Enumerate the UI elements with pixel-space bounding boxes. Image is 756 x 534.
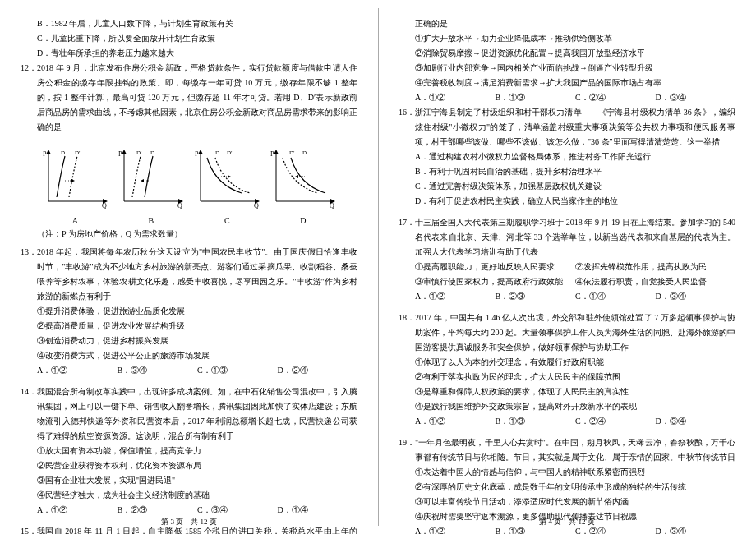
q15-cont: 正确的是 ①扩大开放水平→助力企业降低成本→推动供给侧改革 ②消除贸易摩擦→促进… — [399, 16, 735, 90]
svg-text:D′: D′ — [289, 150, 295, 156]
q17-opt1: ①提高履职能力，更好地反映人民要求 — [415, 260, 575, 274]
svg-text:D: D — [302, 150, 307, 156]
q13-a: A．①② — [37, 363, 118, 378]
q16-c: C．通过完善村级决策体系，加强基层政权机关建设 — [415, 179, 735, 194]
svg-marker-9 — [71, 179, 75, 182]
q18-opt2: ②有利于落实执政为民的理念，扩大人民民主的保障范围 — [415, 370, 735, 384]
q18-c: C．②④ — [575, 414, 656, 429]
q17-opt2: ②发挥先锋模范作用，提高执政为民 — [575, 260, 735, 274]
q16-b: B．有利于巩固村民自治的基础，提升乡村治理水平 — [415, 164, 735, 179]
q14-num: 14． — [21, 384, 37, 399]
q18-d: D．③④ — [656, 414, 736, 429]
option-b: B．1982 年后，儿童人口数下降，与计划生育政策有关 — [37, 16, 357, 31]
svg-text:D′: D′ — [227, 150, 233, 156]
chart-note: （注：P 为房地产价格，Q 为需求数量） — [21, 228, 357, 240]
q18-a: A．①② — [415, 414, 496, 429]
q19-opt2: ②有深厚的历史文化底蕴，成是数千年的文明传承中形成的独特的生活传统 — [415, 480, 735, 495]
chart-b: P Q D′ D — [116, 148, 186, 209]
option-d: D．青壮年所承担的养老压力越来越大 — [37, 46, 357, 61]
q17-a: A．①② — [415, 289, 496, 304]
q12: 12． 2018 年 9 月，北京发布住房公积金新政，严格贷款条件，实行贷款额度… — [21, 61, 357, 135]
q17-opt4: ④依法履行职责，自觉接受人民监督 — [575, 274, 735, 289]
q16: 16． 浙江宁海县制定了村级组织和村干部权力清单——《宁海县村级权力清单 36 … — [399, 105, 735, 209]
q19-opt1: ①表达着中国人的情感与信仰，与中国人的精神联系紧密而强烈 — [415, 465, 735, 480]
label-c: C — [192, 216, 262, 225]
q13-num: 13． — [21, 245, 37, 260]
left-page: B．1982 年后，儿童人口数下降，与计划生育政策有关 C．儿童比重下降，所以要… — [0, 0, 378, 534]
svg-marker-19 — [141, 179, 144, 182]
q19-text: "一年月色最明夜，千里人心共赏时"。在中国，朔月秋风，天稀云净，春祭秋酿，万千心… — [399, 435, 735, 465]
q13-opt2: ②提高消费质量，促进农业发展结构升级 — [37, 319, 357, 334]
chart-row: P Q D D′ P Q D′ D — [21, 141, 357, 216]
q15-c: C．②④ — [575, 90, 656, 105]
svg-text:P: P — [43, 150, 47, 158]
svg-text:D: D — [150, 150, 154, 156]
q18-b: B．①③ — [496, 414, 576, 429]
q14-opt4: ④民营经济独大，成为社会主义经济制度的基础 — [37, 488, 357, 503]
q12-text: 2018 年 9 月，北京发布住房公积金新政，严格贷款条件，实行贷款额度与借款申… — [21, 61, 357, 135]
svg-text:D′: D′ — [75, 150, 81, 156]
svg-marker-39 — [295, 175, 298, 178]
q15-b: B．①③ — [496, 90, 576, 105]
q14-opt1: ①放大国有资本功能，保值增值，提高竞争力 — [37, 444, 357, 458]
q15-header: 正确的是 — [415, 16, 735, 31]
svg-marker-2 — [46, 150, 51, 154]
q11-options: B．1982 年后，儿童人口数下降，与计划生育政策有关 C．儿童比重下降，所以要… — [21, 16, 357, 61]
q14: 14． 我国混合所有制改革实践中，出现许多成功案例。如，在中石化销售公司混改中，… — [21, 384, 357, 518]
q18-opt4: ④是践行我国维护外交政策宗旨，提高对外开放新水平的表现 — [415, 399, 735, 414]
chart-a: P Q D D′ — [40, 148, 110, 209]
q18-text: 2017 年，中国共有 1.46 亿人次出境，外交部和驻外使领馆处置了 7 万多… — [399, 311, 735, 355]
q13-d: D．②④ — [278, 363, 358, 378]
q16-d: D．有利于促进农村民主实践，确立人民当家作主的地位 — [415, 194, 735, 209]
svg-text:D: D — [215, 150, 219, 156]
svg-text:D: D — [61, 150, 65, 156]
right-footer: 第 4 页 共 12 页 — [378, 517, 756, 527]
option-c: C．儿童比重下降，所以要全面放开计划生育政策 — [37, 31, 357, 46]
q18-opt3: ③是尊重和保障人权政策的要求，体现了人民民主的真实性 — [415, 384, 735, 399]
right-page: 正确的是 ①扩大开放水平→助力企业降低成本→推动供给侧改革 ②消除贸易摩擦→促进… — [378, 0, 756, 534]
q16-text: 浙江宁海县制定了村级组织和村干部权力清单——《宁海县村级权力清单 36 条》，编… — [399, 105, 735, 150]
q13-opt4: ④改变消费方式，促进公平公正的旅游市场发展 — [37, 348, 357, 363]
label-a: A — [40, 216, 110, 225]
q17-text: 十三届全国人大代表第三期履职学习班于 2018 年 9 月 19 日在上海结束。… — [399, 215, 735, 260]
left-footer: 第 3 页 共 12 页 — [0, 517, 378, 527]
chart-labels: A B C D — [21, 216, 357, 225]
q16-num: 16． — [399, 105, 415, 120]
svg-text:P: P — [118, 150, 122, 158]
q15-opt4: ④完善税收制度→满足消费新需求→扩大我国产品的国际市场占有率 — [415, 76, 735, 90]
q17: 17． 十三届全国人大代表第三期履职学习班于 2018 年 9 月 19 日在上… — [399, 215, 735, 304]
q14-opt2: ②民营企业获得资本权利，优化资本资源布局 — [37, 458, 357, 473]
svg-text:D′: D′ — [136, 150, 142, 156]
q14-text: 我国混合所有制改革实践中，出现许多成功案例。如，在中石化销售公司混改中，引入腾讯… — [21, 384, 357, 444]
q15-opt2: ②消除贸易摩擦→促进资源优化配置→提高我国开放型经济水平 — [415, 46, 735, 61]
q15-opt3: ③加剧行业内部竞争→国内相关产业面临挑战→倒逼产业转型升级 — [415, 61, 735, 76]
svg-text:Q: Q — [330, 202, 334, 209]
svg-text:P: P — [270, 150, 274, 158]
q18-num: 18． — [399, 311, 415, 325]
q14-opt3: ③国有企业壮大发展，实现"国进民退" — [37, 473, 357, 488]
q16-a: A．通过构建农村小微权力监督格局体系，推进村务工作阳光运行 — [415, 150, 735, 164]
chart-c: P Q D D′ — [192, 148, 262, 209]
q13-c: C．①③ — [197, 363, 278, 378]
label-d: D — [268, 216, 338, 225]
q17-b: B．②③ — [496, 289, 576, 304]
q13-opt3: ③创造消费动力，促进乡村振兴发展 — [37, 334, 357, 348]
chart-d: P Q D′ D — [268, 148, 338, 209]
svg-text:P: P — [195, 150, 199, 158]
svg-text:Q: Q — [102, 202, 107, 209]
q18: 18． 2017 年，中国共有 1.46 亿人次出境，外交部和驻外使领馆处置了 … — [399, 311, 735, 429]
q19-opt3: ③可以丰富传统节日活动，添添适应时代发展的新节俗内涵 — [415, 495, 735, 509]
q13: 13． 2018 年起，我国将每年农历秋分这天设立为"中国农民丰收节"。由于国庆… — [21, 245, 357, 378]
q17-d: D．③④ — [656, 289, 736, 304]
svg-marker-22 — [198, 150, 203, 154]
q17-num: 17． — [399, 215, 415, 230]
svg-marker-32 — [274, 150, 279, 154]
q14-c: C．③④ — [197, 503, 278, 518]
q15-d: D．③④ — [656, 90, 736, 105]
q14-d: D．①④ — [278, 503, 358, 518]
q13-opt1: ①提升消费体验，促进旅游业品质化发展 — [37, 304, 357, 319]
svg-marker-12 — [122, 150, 127, 154]
svg-text:Q: Q — [254, 202, 259, 209]
svg-text:Q: Q — [177, 202, 182, 209]
label-b: B — [116, 216, 186, 225]
